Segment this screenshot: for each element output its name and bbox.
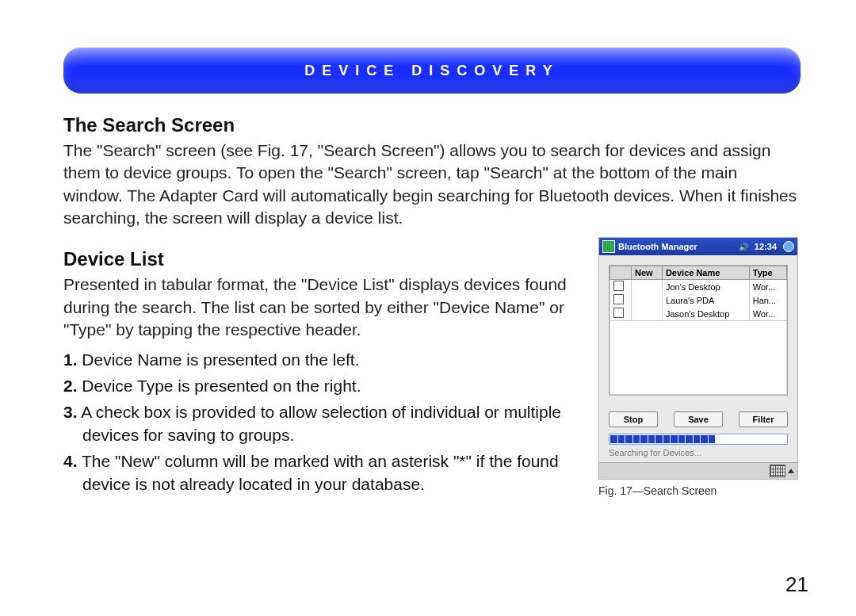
list-item: 3. A check box is provided to allow sele… (63, 401, 584, 447)
table-row[interactable]: Jon's Desktop Wor... (610, 280, 787, 294)
checkbox[interactable] (613, 294, 624, 304)
cell-new (632, 307, 663, 321)
search-screen-heading: The Search Screen (63, 114, 801, 136)
cell-device-name: Laura's PDA (662, 293, 749, 307)
list-item: 1. Device Name is presented on the left. (63, 349, 584, 372)
cell-new (632, 293, 663, 307)
filter-button[interactable]: Filter (739, 411, 788, 427)
pda-time: 12:34 (755, 242, 777, 251)
stop-button[interactable]: Stop (609, 411, 658, 427)
save-button[interactable]: Save (674, 411, 723, 427)
list-number: 4. (63, 452, 78, 470)
progress-bar (609, 434, 788, 445)
progress-segment (640, 435, 648, 443)
list-text: Device Type is presented on the right. (78, 377, 361, 395)
cell-type: Han... (749, 293, 786, 307)
cell-type: Wor... (749, 307, 786, 321)
list-text: The "New" column will be marked with an … (78, 452, 559, 493)
pda-bottom-bar (599, 462, 797, 479)
chevron-up-icon[interactable] (788, 469, 794, 473)
pda-titlebar: Bluetooth Manager 12:34 (599, 238, 797, 255)
close-icon[interactable] (783, 241, 794, 252)
status-text: Searching for Devices... (599, 446, 797, 462)
left-column: Device List Presented in tabular format,… (63, 237, 584, 499)
progress-segment (655, 435, 663, 443)
banner-title: DEVICE DISCOVERY (304, 63, 559, 79)
col-type[interactable]: Type (749, 266, 786, 280)
pda-button-row: Stop Save Filter (599, 405, 797, 430)
cell-device-name: Jason's Desktop (662, 307, 749, 321)
progress-segment (709, 435, 716, 443)
cell-new (632, 280, 663, 294)
progress-wrap (599, 430, 797, 446)
pda-title: Bluetooth Manager (618, 242, 736, 251)
cell-device-name: Jon's Desktop (662, 280, 749, 294)
checkbox[interactable] (613, 308, 624, 318)
windows-icon (602, 240, 615, 253)
list-number: 1. (63, 350, 78, 369)
progress-segment (663, 435, 671, 443)
list-text: A check box is provided to allow selecti… (78, 403, 562, 444)
list-text: Device Name is presented on the left. (78, 350, 360, 369)
col-checkbox[interactable] (610, 266, 632, 280)
search-screen-paragraph: The "Search" screen (see Fig. 17, "Searc… (63, 140, 801, 229)
device-list-paragraph: Presented in tabular format, the "Device… (63, 274, 584, 341)
checkbox[interactable] (613, 281, 624, 291)
device-list-heading: Device List (63, 248, 584, 270)
document-page: DEVICE DISCOVERY The Search Screen The "… (0, 0, 856, 616)
progress-segment (648, 435, 655, 443)
pda-screenshot: Bluetooth Manager 12:34 New Device Name … (598, 237, 798, 480)
section-banner: DEVICE DISCOVERY (63, 48, 801, 94)
progress-segment (671, 435, 678, 443)
list-item: 4. The "New" column will be marked with … (63, 450, 584, 496)
progress-segment (686, 435, 693, 443)
device-table: New Device Name Type Jon's Desktop Wor..… (610, 266, 787, 395)
list-item: 2. Device Type is presented on the right… (63, 375, 584, 398)
table-empty-space (610, 321, 787, 395)
volume-icon (739, 242, 748, 251)
list-number: 3. (63, 403, 78, 421)
keyboard-icon[interactable] (770, 465, 785, 477)
progress-segment (633, 435, 640, 443)
figure-column: Bluetooth Manager 12:34 New Device Name … (598, 237, 801, 497)
table-header-row: New Device Name Type (610, 266, 787, 280)
col-new[interactable]: New (632, 266, 663, 280)
device-list-points: 1. Device Name is presented on the left.… (63, 349, 584, 496)
page-number: 21 (785, 572, 808, 597)
progress-segment (701, 435, 708, 443)
progress-segment (610, 435, 617, 443)
table-row[interactable]: Laura's PDA Han... (610, 293, 787, 307)
progress-segment (625, 435, 632, 443)
figure-caption: Fig. 17—Search Screen (598, 484, 801, 497)
table-row[interactable]: Jason's Desktop Wor... (610, 307, 787, 321)
progress-segment (618, 435, 625, 443)
progress-segment (678, 435, 686, 443)
progress-segment (694, 435, 701, 443)
device-table-wrapper: New Device Name Type Jon's Desktop Wor..… (609, 265, 788, 396)
col-device-name[interactable]: Device Name (662, 266, 749, 280)
list-number: 2. (63, 377, 78, 395)
cell-type: Wor... (749, 280, 786, 294)
